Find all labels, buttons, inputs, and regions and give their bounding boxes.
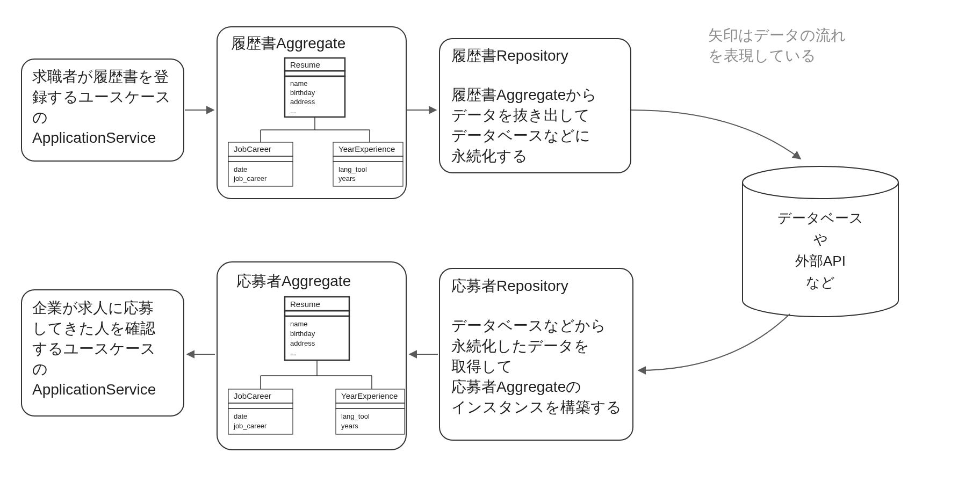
bottom-app-service-box: 企業が求人に応募 してきた人を確認 するユースケース の Application… (21, 290, 184, 416)
bottom-repo-line1: データベースなどから (451, 317, 606, 334)
top-repo-line3: データベースなどに (451, 127, 590, 144)
bottom-appservice-line2: してきた人を確認 (32, 320, 155, 337)
bottom-repo-title: 応募者Repository (451, 277, 568, 294)
bottom-uml-root-attr4: ... (290, 349, 296, 357)
top-repo-line1: 履歴書Aggregateから (451, 86, 597, 103)
top-uml-left-attr2: job_career (233, 174, 267, 182)
bottom-uml-right-attr2: years (341, 422, 358, 430)
bottom-uml-right: YearExperience lang_tool years (336, 389, 405, 434)
bottom-aggregate-box: 応募者Aggregate Resume name birthday addres… (217, 262, 406, 450)
bottom-appservice-line4: の (32, 361, 48, 377)
top-uml-root-attr4: ... (290, 107, 296, 115)
bottom-uml-root-attr1: name (290, 320, 308, 328)
bottom-uml-left-attr2: job_career (233, 422, 267, 430)
top-app-service-box: 求職者が履歴書を登 録するユースケース の ApplicationService (21, 59, 184, 161)
bottom-appservice-line3: するユースケース (32, 340, 156, 357)
top-repo-line2: データを抜き出して (451, 107, 590, 123)
top-appservice-line4: ApplicationService (32, 129, 156, 146)
top-repo-line4: 永続化する (451, 148, 528, 164)
top-uml-root: Resume name birthday address ... (285, 58, 345, 117)
top-uml-root-name: Resume (290, 60, 320, 69)
bottom-uml-left-attr1: date (234, 412, 247, 420)
bottom-uml-root: Resume name birthday address ... (285, 297, 349, 360)
top-repository-box: 履歴書Repository 履歴書Aggregateから データを抜き出して デ… (439, 39, 631, 173)
top-uml-right-attr1: lang_tool (338, 165, 367, 173)
db-line4: など (806, 274, 835, 290)
db-line1: データベース (777, 210, 863, 226)
arrow-db-to-repo (638, 314, 790, 370)
top-uml-right-attr2: years (338, 174, 356, 182)
top-uml-left: JobCareer date job_career (228, 142, 293, 186)
bottom-uml-left-name: JobCareer (234, 391, 271, 400)
top-uml-root-attr3: address (290, 98, 315, 106)
top-appservice-line1: 求職者が履歴書を登 (32, 68, 169, 85)
top-repo-title: 履歴書Repository (451, 47, 568, 64)
svg-rect-30 (336, 403, 405, 408)
annotation-text: 矢印はデータの流れ を表現している (708, 27, 846, 64)
svg-rect-10 (228, 156, 293, 162)
bottom-repo-line4: 応募者Aggregateの (451, 378, 581, 395)
bottom-repo-line2: 永続化したデータを (451, 338, 589, 354)
bottom-appservice-line1: 企業が求人に応募 (32, 300, 154, 316)
bottom-repository-box: 応募者Repository データベースなどから 永続化したデータを 取得して … (439, 268, 633, 440)
bottom-uml-root-attr2: birthday (290, 330, 315, 338)
top-uml-left-name: JobCareer (234, 144, 271, 154)
top-appservice-line2: 録するユースケース (32, 89, 171, 105)
bottom-uml-root-attr3: address (290, 339, 315, 347)
annotation-line2: を表現している (708, 47, 816, 64)
svg-rect-27 (228, 403, 293, 408)
annotation-line1: 矢印はデータの流れ (708, 27, 846, 43)
bottom-aggregate-title: 応募者Aggregate (236, 273, 351, 289)
top-uml-root-attr1: name (290, 79, 308, 87)
top-uml-root-attr2: birthday (290, 89, 315, 97)
bottom-uml-root-name: Resume (290, 300, 320, 309)
bottom-uml-left: JobCareer date job_career (228, 389, 293, 434)
db-line3: 外部API (795, 253, 846, 269)
bottom-appservice-line5: ApplicationService (32, 381, 156, 398)
svg-rect-3 (285, 71, 345, 76)
bottom-uml-right-attr1: lang_tool (341, 412, 370, 420)
top-aggregate-title: 履歴書Aggregate (231, 35, 345, 52)
svg-rect-20 (285, 311, 349, 316)
arrow-repo-to-db (631, 110, 801, 159)
top-uml-left-attr1: date (234, 165, 247, 173)
bottom-repo-line5: インスタンスを構築する (451, 399, 622, 415)
db-line2: や (813, 231, 828, 247)
top-uml-right: YearExperience lang_tool years (333, 142, 403, 186)
top-appservice-line3: の (32, 109, 48, 126)
bottom-uml-right-name: YearExperience (341, 391, 398, 400)
svg-rect-13 (333, 156, 403, 162)
svg-point-16 (743, 166, 898, 199)
top-aggregate-box: 履歴書Aggregate Resume name birthday addres… (217, 27, 406, 199)
bottom-repo-line3: 取得して (451, 358, 513, 375)
architecture-diagram: 矢印はデータの流れ を表現している 求職者が履歴書を登 録するユースケース の … (0, 0, 980, 482)
database-cylinder: データベース や 外部API など (743, 166, 898, 317)
top-uml-right-name: YearExperience (338, 144, 395, 154)
